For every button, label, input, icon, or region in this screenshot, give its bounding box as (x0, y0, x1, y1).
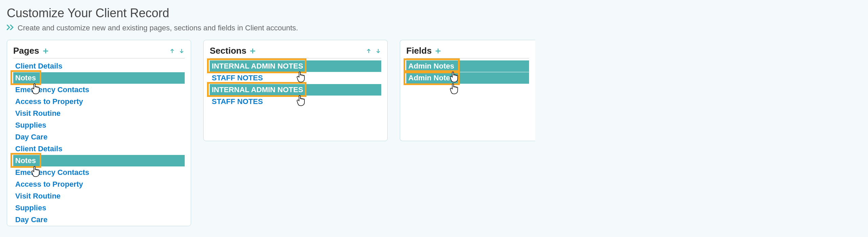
list-item[interactable]: INTERNAL ADMIN NOTES (210, 60, 381, 72)
cursor-pointer-icon (449, 83, 459, 95)
add-field-button[interactable] (434, 47, 442, 55)
list-item-label: Notes (15, 156, 36, 165)
list-item-label: Notes (15, 74, 36, 82)
panel-header-pages: Pages (13, 46, 185, 58)
move-up-button[interactable] (366, 48, 372, 54)
list-item[interactable]: Emergency Contacts (13, 167, 185, 178)
list-item-label: STAFF NOTES (212, 97, 263, 106)
list-item-label: Access to Property (15, 97, 83, 106)
page-title: Customize Your Client Record (7, 6, 861, 20)
panel-container: Pages Client DetailsNotesEmergency Conta… (7, 40, 861, 226)
double-chevron-icon (7, 25, 14, 32)
panel-title-pages: Pages (13, 46, 39, 56)
list-item[interactable]: INTERNAL ADMIN NOTES (210, 84, 381, 96)
list-item[interactable]: Client Details (13, 143, 185, 155)
move-down-button[interactable] (375, 48, 381, 54)
list-item-label: Day Care (15, 133, 47, 141)
list-item[interactable]: Supplies (13, 120, 185, 131)
list-item[interactable]: STAFF NOTES (210, 72, 381, 84)
move-up-button[interactable] (169, 48, 175, 54)
page-hint-row: Create and customize new and existing pa… (7, 24, 861, 32)
list-item[interactable]: Visit Routine (13, 108, 185, 119)
list-item[interactable]: Notes (13, 72, 185, 84)
panel-title-fields: Fields (406, 46, 432, 56)
list-item[interactable]: Notes (13, 155, 185, 166)
list-item-label: Day Care (15, 215, 47, 224)
list-item-label: Admin Notes (408, 74, 454, 82)
list-item-label: INTERNAL ADMIN NOTES (212, 85, 303, 94)
sections-list: INTERNAL ADMIN NOTESSTAFF NOTESINTERNAL … (210, 60, 381, 107)
panel-fields: Fields Admin NotesAdmin Notes (400, 40, 535, 141)
list-item-label: Access to Property (15, 180, 83, 188)
list-item-label: Supplies (15, 204, 46, 212)
list-item-label: Supplies (15, 121, 46, 129)
list-item-label: Client Details (15, 62, 62, 70)
list-item[interactable]: Emergency Contacts (13, 84, 185, 96)
list-item-label: Admin Notes (408, 62, 454, 70)
list-item[interactable]: Day Care (13, 131, 185, 143)
page-hint-text: Create and customize new and existing pa… (18, 24, 298, 32)
list-item-label: Visit Routine (15, 192, 61, 200)
list-item[interactable]: Access to Property (13, 96, 185, 107)
list-item[interactable]: STAFF NOTES (210, 96, 381, 107)
list-item[interactable]: Day Care (13, 214, 185, 226)
list-item[interactable]: Admin Notes (406, 72, 529, 84)
panel-header-fields: Fields (406, 46, 529, 58)
panel-header-sections: Sections (210, 46, 381, 58)
add-section-button[interactable] (249, 47, 256, 55)
panel-sections: Sections INTERNAL ADMIN NOTESSTAFF NOTES… (203, 40, 388, 141)
panel-title-sections: Sections (210, 46, 246, 56)
move-down-button[interactable] (179, 48, 185, 54)
list-item[interactable]: Access to Property (13, 179, 185, 190)
list-item-label: Emergency Contacts (15, 85, 89, 94)
list-item[interactable]: Client Details (13, 60, 185, 72)
list-item-label: STAFF NOTES (212, 74, 263, 82)
list-item-label: Visit Routine (15, 109, 61, 117)
list-item-label: Client Details (15, 144, 62, 153)
panel-pages: Pages Client DetailsNotesEmergency Conta… (7, 40, 191, 226)
list-item-label: Emergency Contacts (15, 168, 89, 177)
fields-list: Admin NotesAdmin Notes (406, 60, 529, 84)
list-item[interactable]: Admin Notes (406, 60, 529, 72)
list-item-label: INTERNAL ADMIN NOTES (212, 62, 303, 70)
list-item[interactable]: Supplies (13, 202, 185, 214)
add-page-button[interactable] (42, 47, 49, 55)
list-item[interactable]: Visit Routine (13, 190, 185, 202)
pages-list: Client DetailsNotesEmergency ContactsAcc… (13, 60, 185, 226)
